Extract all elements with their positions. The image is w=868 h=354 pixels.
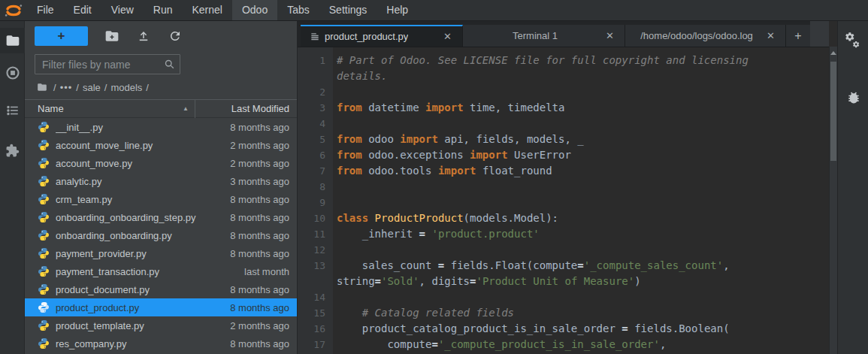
breadcrumb-separator: / [53, 82, 56, 93]
code-line[interactable]: 14 [298, 289, 829, 305]
right-activity-bar [837, 21, 868, 354]
code-line[interactable]: 17 compute='_compute_product_is_in_sale_… [298, 337, 829, 352]
file-row-product_template.py[interactable]: product_template.py2 months ago [25, 316, 297, 334]
file-row-payment_transaction.py[interactable]: payment_transaction.pylast month [25, 262, 297, 280]
file-modified: 8 months ago [199, 302, 297, 313]
new-folder-icon[interactable] [104, 29, 119, 44]
python-file-icon [38, 337, 50, 349]
code-text: from odoo.tools import float_round [333, 163, 552, 179]
scrollbar-thumb[interactable] [830, 62, 836, 161]
code-line[interactable]: 2 [298, 84, 829, 100]
column-header-modified[interactable]: Last Modified [195, 103, 297, 114]
menu-item-run[interactable]: Run [144, 0, 183, 20]
scroll-up-icon[interactable] [830, 51, 836, 55]
code-line[interactable]: 4 [298, 116, 829, 132]
sort-ascending-icon: ▲ [183, 105, 189, 112]
extensions-puzzle-icon[interactable] [0, 138, 25, 163]
menu-item-help[interactable]: Help [377, 0, 418, 20]
file-name: onboarding_onboarding_step.py [56, 212, 199, 223]
file-row-product_product.py[interactable]: product_product.py8 months ago [25, 298, 297, 316]
file-name: analytic.py [56, 176, 199, 187]
file-row-crm_team.py[interactable]: crm_team.py8 months ago [25, 190, 297, 208]
tab-product-product-py[interactable]: product_product.py✕ [301, 25, 463, 47]
line-number: 5 [298, 132, 333, 147]
menu-item-tabs[interactable]: Tabs [277, 0, 319, 20]
menu-bar: FileEditViewRunKernelOdooTabsSettingsHel… [0, 0, 868, 21]
home-folder-icon[interactable] [36, 82, 48, 92]
code-line[interactable]: 7from odoo.tools import float_round [298, 163, 829, 179]
code-line[interactable]: 10class ProductProduct(models.Model): [298, 210, 829, 226]
file-row-__init__.py[interactable]: __init__.py8 months ago [25, 118, 297, 136]
file-list-header: Name ▲ Last Modified [25, 99, 297, 118]
tab--home-odoo-logs-odoo-log[interactable]: /home/odoo/logs/odoo.log✕ [625, 25, 786, 47]
editor-scrollbar[interactable] [829, 47, 837, 354]
file-modified: 8 months ago [199, 248, 297, 259]
file-row-res_company.py[interactable]: res_company.py8 months ago [25, 334, 297, 352]
code-line[interactable]: 3from datetime import time, timedelta [298, 100, 829, 116]
table-of-contents-icon[interactable] [0, 98, 25, 123]
menu-item-view[interactable]: View [101, 0, 144, 20]
file-row-onboarding_onboarding_step.py[interactable]: onboarding_onboarding_step.py8 months ag… [25, 208, 297, 226]
code-line[interactable]: details. [298, 68, 829, 84]
line-number: 4 [298, 116, 333, 132]
file-browser-icon[interactable] [0, 28, 25, 53]
code-text: # Catalog related fields [333, 305, 514, 321]
breadcrumb-dir-sale[interactable]: sale [83, 82, 101, 93]
file-row-account_move.py[interactable]: account_move.py2 months ago [25, 154, 297, 172]
tab-bar: product_product.py✕Terminal 1✕/home/odoo… [298, 21, 829, 47]
menu-item-settings[interactable]: Settings [319, 0, 377, 20]
code-line[interactable]: 16 product_catalog_product_is_in_sale_or… [298, 321, 829, 337]
file-row-product_document.py[interactable]: product_document.py8 months ago [25, 280, 297, 298]
file-row-analytic.py[interactable]: analytic.py3 months ago [25, 172, 297, 190]
code-line[interactable]: 11 _inherit = 'product.product' [298, 226, 829, 242]
code-text: from odoo.exceptions import UserError [333, 147, 571, 163]
column-header-name[interactable]: Name ▲ [25, 103, 195, 114]
file-modified: last month [199, 266, 297, 277]
running-kernels-icon[interactable] [0, 60, 25, 86]
code-text [333, 242, 337, 258]
breadcrumb-ellipsis[interactable]: ••• [60, 82, 73, 93]
menu-item-edit[interactable]: Edit [64, 0, 101, 20]
refresh-icon[interactable] [168, 29, 183, 44]
tab-close-icon[interactable]: ✕ [439, 31, 456, 42]
line-number [298, 68, 333, 84]
breadcrumb-dir-models[interactable]: models [110, 82, 142, 93]
line-number: 9 [298, 195, 333, 210]
menu-item-file[interactable]: File [27, 0, 64, 20]
line-number: 1 [298, 53, 333, 68]
filter-files-input[interactable] [35, 54, 180, 74]
python-file-icon [38, 175, 50, 187]
line-number: 8 [298, 179, 333, 195]
code-line[interactable]: 9 [298, 195, 829, 210]
code-line[interactable]: 13 sales_count = fields.Float(compute='_… [298, 258, 829, 274]
file-row-account_move_line.py[interactable]: account_move_line.py2 months ago [25, 136, 297, 154]
code-line[interactable]: 8 [298, 179, 829, 195]
menu-item-odoo[interactable]: Odoo [232, 0, 277, 20]
code-line[interactable]: 1# Part of Odoo. See LICENSE file for fu… [298, 53, 829, 68]
file-row-payment_provider.py[interactable]: payment_provider.py8 months ago [25, 244, 297, 262]
tab-terminal-1[interactable]: Terminal 1✕ [463, 25, 625, 47]
file-row-onboarding_onboarding.py[interactable]: onboarding_onboarding.py8 months ago [25, 226, 297, 244]
code-line[interactable]: 12 [298, 242, 829, 258]
tab-close-icon[interactable]: ✕ [601, 30, 618, 41]
python-file-icon [38, 193, 50, 205]
line-number: 11 [298, 226, 333, 242]
menu-item-kernel[interactable]: Kernel [182, 0, 231, 20]
code-editor[interactable]: 1# Part of Odoo. See LICENSE file for fu… [298, 47, 829, 354]
code-line[interactable]: 6from odoo.exceptions import UserError [298, 147, 829, 163]
code-line[interactable]: 15 # Catalog related fields [298, 305, 829, 321]
python-file-icon [38, 301, 50, 313]
file-modified: 8 months ago [199, 338, 297, 349]
file-name: product_document.py [56, 284, 199, 295]
code-line[interactable]: 5from odoo import api, fields, models, _ [298, 132, 829, 147]
code-line[interactable]: string='Sold', digits='Product Unit of M… [298, 274, 829, 289]
new-launcher-button[interactable]: + [35, 26, 88, 46]
new-tab-button[interactable]: + [786, 25, 810, 47]
editor-area: product_product.py✕Terminal 1✕/home/odoo… [298, 21, 829, 354]
property-inspector-gears-icon[interactable] [838, 32, 868, 51]
file-modified: 2 months ago [199, 140, 297, 151]
upload-icon[interactable] [136, 29, 151, 44]
debugger-bug-icon[interactable] [838, 90, 868, 105]
code-text: from odoo import api, fields, models, _ [333, 132, 584, 147]
tab-close-icon[interactable]: ✕ [762, 30, 779, 41]
